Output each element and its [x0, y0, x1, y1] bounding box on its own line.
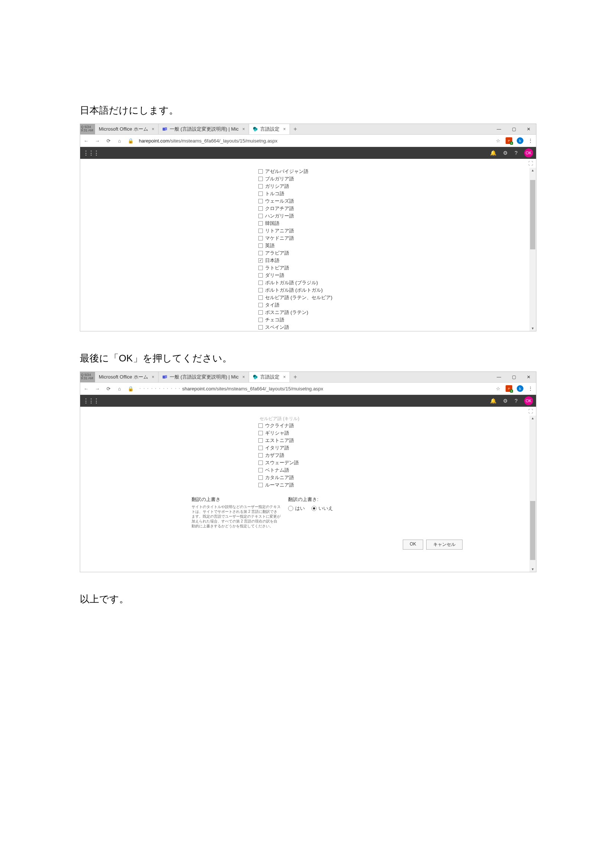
back-icon[interactable]: ←: [83, 386, 89, 392]
language-option[interactable]: ポルトガル語 (ポルトガル): [258, 287, 522, 294]
language-option[interactable]: アゼルバイジャン語: [258, 168, 522, 175]
language-option[interactable]: ラトビア語: [258, 264, 522, 272]
language-option[interactable]: 韓国語: [258, 220, 522, 227]
language-option[interactable]: タイ語: [258, 301, 522, 309]
checkbox-icon[interactable]: [258, 281, 263, 285]
checkbox-icon[interactable]: [258, 325, 263, 330]
language-option[interactable]: ハンガリー語: [258, 212, 522, 220]
home-icon[interactable]: ⌂: [116, 386, 122, 392]
user-badge[interactable]: OK: [524, 149, 533, 157]
waffle-icon[interactable]: ⋮⋮⋮: [83, 397, 99, 404]
checkbox-icon[interactable]: [258, 431, 263, 435]
cancel-button[interactable]: キャンセル: [426, 539, 462, 550]
close-icon[interactable]: ×: [283, 127, 286, 132]
checkbox-icon[interactable]: [258, 438, 263, 443]
scroll-up-icon[interactable]: ▲: [531, 169, 535, 172]
close-icon[interactable]: ×: [152, 127, 154, 132]
waffle-icon[interactable]: ⋮⋮⋮: [83, 150, 99, 156]
bell-icon[interactable]: 🔔: [490, 150, 496, 156]
checkbox-icon[interactable]: [258, 258, 263, 263]
checkbox-icon[interactable]: [258, 446, 263, 450]
checkbox-icon[interactable]: [258, 266, 263, 270]
checkbox-icon[interactable]: [258, 423, 263, 428]
close-icon[interactable]: ✕: [521, 127, 536, 132]
radio-yes[interactable]: はい: [288, 505, 305, 512]
language-option[interactable]: ガリシア語: [258, 183, 522, 190]
language-option[interactable]: ギリシャ語: [258, 429, 522, 437]
checkbox-icon[interactable]: [258, 177, 263, 181]
checkbox-icon[interactable]: [258, 214, 263, 218]
language-option[interactable]: ダリー語: [258, 272, 522, 279]
scroll-thumb[interactable]: [530, 180, 535, 250]
close-icon[interactable]: ✕: [521, 374, 536, 380]
url-field[interactable]: ･ ･ ･ ･ ･ ･ ･ ･ ･ ･ ･ sharepoint.com/sit…: [139, 386, 490, 392]
checkbox-icon[interactable]: [258, 251, 263, 255]
gear-icon[interactable]: ⚙: [503, 398, 508, 404]
language-option[interactable]: ウクライナ語: [258, 422, 522, 429]
language-option[interactable]: イタリア語: [258, 444, 522, 452]
star-icon[interactable]: ☆: [495, 386, 501, 392]
tab-office-home[interactable]: Microsoft Office ホーム ×: [95, 124, 158, 134]
expand-icon[interactable]: ⛶: [528, 409, 533, 414]
checkbox-icon[interactable]: [258, 243, 263, 248]
maximize-icon[interactable]: ▢: [506, 374, 521, 380]
language-option[interactable]: ベトナム語: [258, 467, 522, 474]
help-icon[interactable]: ?: [515, 398, 518, 404]
tab-language-settings[interactable]: 言語設定 ×: [249, 124, 290, 134]
language-option[interactable]: アラビア語: [258, 250, 522, 257]
checkbox-icon[interactable]: [258, 303, 263, 307]
language-option[interactable]: 日本語: [258, 257, 522, 264]
checkbox-icon[interactable]: [258, 318, 263, 322]
language-option[interactable]: ルーマニア語: [258, 481, 522, 489]
close-icon[interactable]: ×: [242, 374, 245, 380]
checkbox-icon[interactable]: [258, 221, 263, 226]
user-badge[interactable]: OK: [524, 396, 533, 405]
reload-icon[interactable]: ⟳: [105, 138, 112, 144]
checkbox-icon[interactable]: [258, 206, 263, 211]
forward-icon[interactable]: →: [94, 138, 100, 144]
minimize-icon[interactable]: —: [492, 127, 506, 132]
home-icon[interactable]: ⌂: [116, 138, 122, 144]
scrollbar[interactable]: ▲ ▼: [529, 168, 536, 331]
close-icon[interactable]: ×: [283, 374, 286, 380]
language-option[interactable]: ボスニア語 (ラテン): [258, 309, 522, 316]
language-option[interactable]: エストニア語: [258, 437, 522, 444]
language-option[interactable]: リトアニア語: [258, 227, 522, 234]
bell-icon[interactable]: 🔔: [490, 398, 496, 404]
scroll-down-icon[interactable]: ▼: [531, 567, 535, 571]
tab-teams-general[interactable]: 一般 (言語設定変更説明用) | Mic ×: [158, 372, 249, 382]
language-option[interactable]: チェコ語: [258, 316, 522, 324]
minimize-icon[interactable]: —: [492, 374, 506, 380]
forward-icon[interactable]: →: [94, 386, 100, 392]
checkbox-icon[interactable]: [258, 199, 263, 203]
language-option[interactable]: スペイン語: [258, 324, 522, 331]
checkbox-icon[interactable]: [258, 310, 263, 315]
checkbox-icon[interactable]: [258, 460, 263, 465]
language-option[interactable]: ウェールズ語: [258, 197, 522, 205]
checkbox-icon[interactable]: [258, 475, 263, 480]
checkbox-icon[interactable]: [258, 273, 263, 277]
language-option[interactable]: セルビア語 (ラテン、セルビア): [258, 294, 522, 301]
avatar[interactable]: k: [517, 137, 523, 144]
avatar[interactable]: k: [517, 385, 523, 392]
radio-no[interactable]: いいえ: [312, 505, 333, 512]
tab-office-home[interactable]: Microsoft Office ホーム ×: [95, 372, 158, 382]
language-option[interactable]: ポルトガル語 (ブラジル): [258, 279, 522, 287]
new-tab-button[interactable]: +: [290, 124, 301, 134]
menu-icon[interactable]: ⋮: [528, 386, 533, 392]
language-option[interactable]: カザフ語: [258, 452, 522, 459]
tab-teams-general[interactable]: 一般 (言語設定変更説明用) | Mic ×: [158, 124, 249, 134]
extension-icon[interactable]: PB: [505, 137, 512, 144]
checkbox-icon[interactable]: [258, 229, 263, 233]
close-icon[interactable]: ×: [242, 127, 245, 132]
scroll-up-icon[interactable]: ▲: [531, 416, 535, 420]
menu-icon[interactable]: ⋮: [528, 138, 533, 144]
url-field[interactable]: harepoint.com/sites/msteams_6fa664/_layo…: [139, 138, 490, 144]
checkbox-icon[interactable]: [258, 453, 263, 457]
ok-button[interactable]: OK: [403, 539, 423, 550]
expand-icon[interactable]: ⛶: [528, 161, 533, 166]
scroll-down-icon[interactable]: ▼: [531, 327, 535, 330]
language-option[interactable]: スウェーデン語: [258, 459, 522, 467]
language-option[interactable]: マケドニア語: [258, 234, 522, 242]
scroll-thumb[interactable]: [530, 501, 535, 560]
